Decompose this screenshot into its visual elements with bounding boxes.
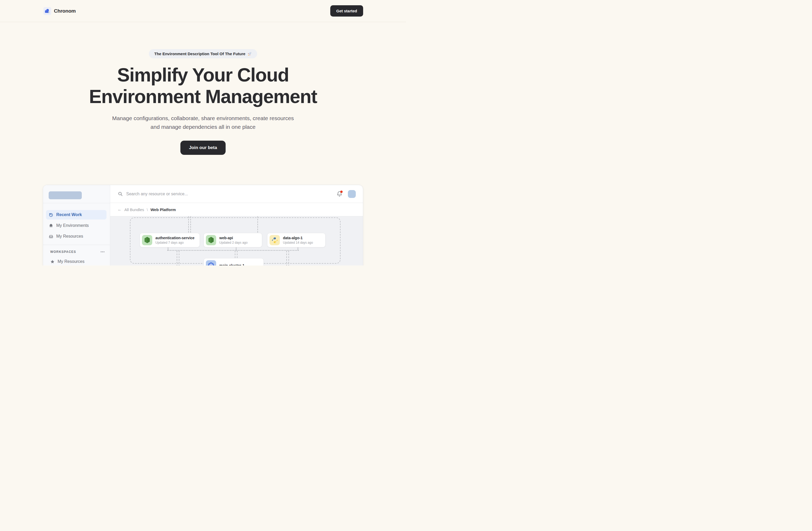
top-navigation: Chronom Get started [0, 0, 406, 22]
card-updated: Updated 7 days ago [155, 241, 194, 245]
brand[interactable]: Chronom [43, 7, 76, 15]
notification-dot [340, 191, 343, 193]
back-arrow-icon[interactable]: ← [118, 207, 122, 212]
card-title: data-algo-1 [283, 236, 313, 240]
workspaces-label: WORKSPACES [50, 250, 76, 254]
history-icon [49, 212, 53, 217]
app-sidebar: Recent Work My Environments My Resources… [43, 185, 110, 265]
workspace-item-label: My Resources [58, 259, 84, 264]
star-icon [50, 260, 55, 264]
home-icon [49, 223, 53, 228]
resource-card-web-api[interactable]: web-api Updated 2 days ago [204, 233, 262, 247]
resource-card-authentication-service[interactable]: authentication-service Updated 7 days ag… [140, 233, 200, 247]
join-beta-button[interactable]: Join our beta [180, 141, 226, 155]
connector-line [179, 251, 179, 265]
rocket-icon [247, 52, 252, 56]
hero-subtitle-line2: and manage dependencies all in one place [0, 123, 406, 131]
card-title: main-cluster-1 [219, 263, 245, 266]
connector-line [258, 216, 258, 233]
inbox-icon [49, 234, 53, 239]
card-title: web-api [219, 236, 247, 240]
sidebar-item-label: My Resources [56, 234, 83, 239]
hero-badge: The Environment Description Tool Of The … [149, 49, 257, 58]
kubernetes-icon [206, 260, 216, 265]
resource-card-main-cluster-1[interactable]: main-cluster-1 [204, 258, 264, 265]
breadcrumb-current: Web Platform [150, 207, 176, 212]
hero-subtitle-line1: Manage configurations, collaborate, shar… [0, 114, 406, 123]
app-preview-panel: Recent Work My Environments My Resources… [43, 185, 363, 265]
app-topbar [110, 185, 363, 203]
breadcrumb-parent[interactable]: All Bundles [125, 207, 144, 212]
connector-line [188, 216, 189, 233]
ellipsis-icon[interactable] [100, 251, 105, 253]
breadcrumb-separator: \ [147, 207, 148, 212]
sidebar-item-my-environments[interactable]: My Environments [46, 221, 106, 230]
card-updated: Updated 2 days ago [219, 241, 247, 245]
hero-title-line1: Simplify Your Cloud [0, 64, 406, 86]
hero-badge-text: The Environment Description Tool Of The … [154, 51, 245, 56]
avatar[interactable] [348, 190, 356, 198]
nodejs-icon [142, 235, 152, 245]
sidebar-item-label: Recent Work [56, 212, 82, 217]
connector-line [177, 251, 177, 265]
search-input[interactable] [126, 192, 333, 196]
workspace-logo-placeholder [49, 191, 82, 199]
connector-line [288, 251, 289, 265]
hero-title-line2: Environment Management [0, 86, 406, 107]
app-content: ← All Bundles \ Web Platform [110, 185, 363, 265]
workspaces-header: WORKSPACES [43, 250, 110, 254]
workspace-item-my-resources[interactable]: My Resources [43, 259, 110, 264]
chronom-cloud-logo-icon [43, 7, 51, 15]
card-title: authentication-service [155, 236, 194, 240]
nodejs-icon [206, 235, 216, 245]
hero-section: The Environment Description Tool Of The … [0, 22, 406, 155]
bundle-graph-canvas[interactable]: authentication-service Updated 7 days ag… [110, 216, 363, 265]
search-icon [118, 191, 123, 196]
card-updated: Updated 14 days ago [283, 241, 313, 245]
hero-subtitle: Manage configurations, collaborate, shar… [0, 114, 406, 131]
hero-title: Simplify Your Cloud Environment Manageme… [0, 64, 406, 107]
bell-icon[interactable] [337, 191, 342, 197]
python-icon [270, 235, 280, 245]
get-started-button[interactable]: Get started [330, 5, 363, 17]
breadcrumb: ← All Bundles \ Web Platform [110, 203, 363, 216]
sidebar-nav: Recent Work My Environments My Resources [43, 203, 110, 241]
brand-name: Chronom [54, 8, 76, 14]
connector-line [167, 250, 299, 251]
sidebar-item-my-resources[interactable]: My Resources [46, 232, 106, 241]
sidebar-item-label: My Environments [56, 223, 89, 228]
connector-line [286, 251, 287, 265]
resource-card-data-algo-1[interactable]: data-algo-1 Updated 14 days ago [267, 233, 325, 247]
sidebar-item-recent-work[interactable]: Recent Work [46, 210, 106, 220]
connector-line [190, 216, 191, 233]
